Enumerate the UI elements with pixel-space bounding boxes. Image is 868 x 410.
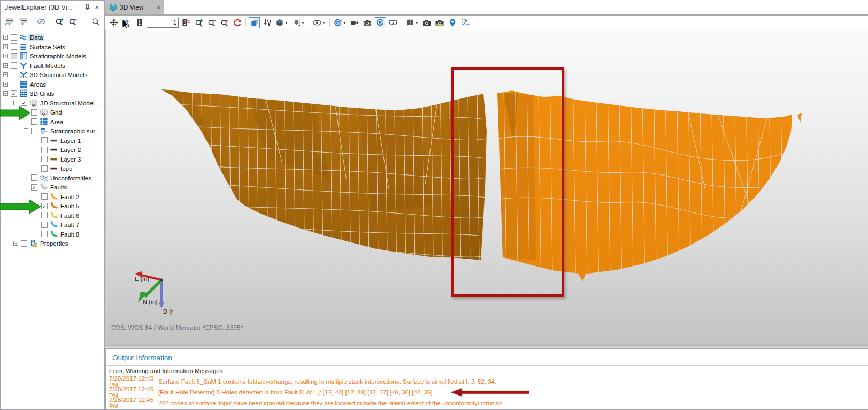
rotate-mode-button[interactable]: R — [375, 17, 386, 28]
tree-item-properties[interactable]: +Properties — [1, 239, 104, 248]
checkbox-unchecked[interactable] — [41, 231, 48, 237]
checkbox-unchecked[interactable] — [11, 43, 17, 50]
toggle-hidden-items-button[interactable] — [35, 16, 47, 27]
output-message-row[interactable]: 7/28/2017 12:45 PM[Fault Hole Detector] … — [106, 387, 868, 398]
checkbox-unchecked[interactable] — [41, 156, 48, 162]
zoom-reset-button[interactable]: c — [219, 17, 230, 28]
checkbox-checked[interactable]: ✓ — [11, 90, 17, 97]
toolbar-separator — [50, 17, 50, 26]
tab-close-icon[interactable]: × — [157, 4, 160, 11]
tree-zoom-out-button[interactable] — [67, 16, 78, 27]
dropdown-arrow-icon[interactable]: ▼ — [285, 21, 288, 25]
pan-view-icon — [110, 19, 118, 27]
output-message-row[interactable]: 7/28/2017 12:45 PMSurface Fault 5_SuM 1 … — [106, 376, 868, 387]
spin-view-button[interactable]: ▼ — [333, 17, 348, 28]
expand-icon[interactable]: + — [3, 35, 8, 40]
dropdown-arrow-icon[interactable]: ▼ — [322, 21, 326, 25]
explorer-close-icon[interactable]: × — [92, 3, 102, 12]
expand-icon[interactable]: + — [3, 54, 8, 58]
zoom-in-button[interactable] — [193, 17, 204, 28]
checkbox-unchecked[interactable] — [11, 72, 17, 78]
collapse-columns-button[interactable] — [4, 16, 15, 27]
checkbox-unchecked[interactable] — [41, 165, 48, 172]
checkbox-unchecked[interactable] — [11, 34, 17, 41]
drop-vertical-button[interactable] — [262, 17, 273, 28]
dropdown-arrow-icon[interactable]: ▼ — [343, 21, 347, 25]
swatch-icon — [50, 136, 58, 145]
tree-item-data[interactable]: +Data — [1, 33, 104, 42]
capture-frame-button[interactable] — [362, 17, 373, 28]
stereo-view-button[interactable] — [388, 17, 399, 28]
tree-item-label: Layer 2 — [59, 146, 82, 154]
rotate-reset-button[interactable] — [232, 17, 243, 28]
tree-item-unconformities[interactable]: +Unconformities — [1, 173, 104, 183]
output-message-row[interactable]: 7/28/2017 12:45 PM242 nodes of surface '… — [106, 398, 868, 408]
checkbox-unchecked[interactable] — [11, 62, 17, 69]
vertical-exaggeration-input[interactable] — [147, 18, 179, 28]
3d-viewport[interactable]: E (m) N (m) D (m) CRS: WGS 84 / World Me… — [105, 29, 868, 345]
visibility-button[interactable]: ▼ — [312, 17, 327, 28]
output-message-list: 7/28/2017 12:45 PMSurface Fault 5_SuM 1 … — [106, 376, 868, 408]
tree-item-label: Fault Models — [28, 62, 67, 70]
vertical-exaggeration-button[interactable] — [134, 17, 145, 28]
map-views-button[interactable]: ▼ — [405, 17, 420, 28]
vertical-exaggeration-reset-button[interactable]: C — [180, 17, 191, 28]
tree-item-faults[interactable]: −✓Faults — [1, 183, 104, 192]
checkbox-unchecked[interactable] — [31, 128, 37, 134]
surface-fragment — [797, 113, 802, 123]
tree-item-label: 3D Grids — [28, 90, 56, 97]
toolbar-separator — [402, 18, 402, 27]
zoom-out-button[interactable] — [206, 17, 217, 28]
checkbox-unchecked[interactable] — [11, 53, 17, 59]
checkbox-unchecked[interactable] — [31, 174, 37, 181]
tree-item-fault-7[interactable]: Fault 7 — [1, 220, 104, 230]
expand-icon[interactable]: + — [24, 176, 28, 180]
pan-view-button[interactable] — [108, 17, 119, 28]
tree-item-areas[interactable]: +Areas — [1, 80, 104, 89]
record-movie-button[interactable] — [349, 17, 360, 28]
expand-columns-button[interactable] — [17, 16, 28, 27]
snapshot-button[interactable] — [421, 17, 433, 28]
main-area: 3D View × Cc▼▼▼▼R▼ E (m) N (m) D (m) CRS… — [105, 0, 868, 410]
view-orientation-button[interactable]: ▼ — [274, 17, 289, 28]
tree-item-layer-2[interactable]: Layer 2 — [1, 145, 104, 155]
expand-icon[interactable]: + — [3, 72, 8, 77]
search-button[interactable] — [90, 16, 101, 27]
expand-icon[interactable]: + — [13, 241, 18, 246]
tree-item-surface-sets[interactable]: +Surface Sets — [1, 42, 104, 52]
tree-item-fault-8[interactable]: Fault 8 — [1, 230, 104, 239]
plot-extents-button[interactable] — [460, 17, 471, 28]
view-face-button[interactable] — [249, 17, 260, 28]
tree-item-stratigraphic-sur[interactable]: −Stratigraphic sur... — [1, 126, 104, 136]
pin-icon[interactable] — [82, 3, 92, 12]
snapshot-export-button[interactable] — [434, 17, 445, 28]
fcurve-icon — [50, 230, 58, 238]
measure-scale-button[interactable]: ▼ — [291, 17, 306, 28]
checkbox-unchecked[interactable] — [21, 240, 27, 247]
expand-icon[interactable]: + — [3, 44, 8, 49]
checkbox-unchecked[interactable] — [41, 222, 48, 228]
tree-item-topo[interactable]: topo — [1, 164, 104, 173]
tree-zoom-in-button[interactable] — [53, 16, 65, 27]
dropdown-arrow-icon[interactable]: ▼ — [415, 21, 419, 25]
expand-icon[interactable]: + — [3, 63, 8, 68]
tree-item-3d-structural-models[interactable]: +3D Structural Models — [1, 70, 104, 80]
zoom-out-icon — [208, 19, 216, 27]
tree-item-fault-models[interactable]: +Fault Models — [1, 61, 104, 71]
checkbox-checked[interactable]: ✓ — [31, 184, 37, 191]
expand-icon[interactable]: + — [3, 82, 8, 87]
checkbox-unchecked[interactable] — [41, 137, 48, 143]
dropdown-arrow-icon[interactable]: ▼ — [301, 21, 305, 25]
tree-item-stratigraphic-models[interactable]: +Stratigraphic Models — [1, 51, 104, 61]
explorer-title: JewelExplorer (3D Vi... — [5, 4, 82, 11]
geolocation-button[interactable] — [447, 17, 458, 28]
tree-item-3d-grids[interactable]: −✓3D Grids — [1, 89, 104, 98]
collapse-icon[interactable]: − — [3, 91, 8, 96]
tree-item-layer-3[interactable]: Layer 3 — [1, 155, 104, 164]
tree-item-layer-1[interactable]: Layer 1 — [1, 136, 104, 146]
collapse-icon[interactable]: − — [24, 185, 28, 189]
checkbox-unchecked[interactable] — [11, 81, 17, 87]
tab-3d-view[interactable]: 3D View × — [105, 0, 164, 14]
collapse-icon[interactable]: − — [24, 128, 28, 133]
checkbox-unchecked[interactable] — [41, 147, 48, 153]
